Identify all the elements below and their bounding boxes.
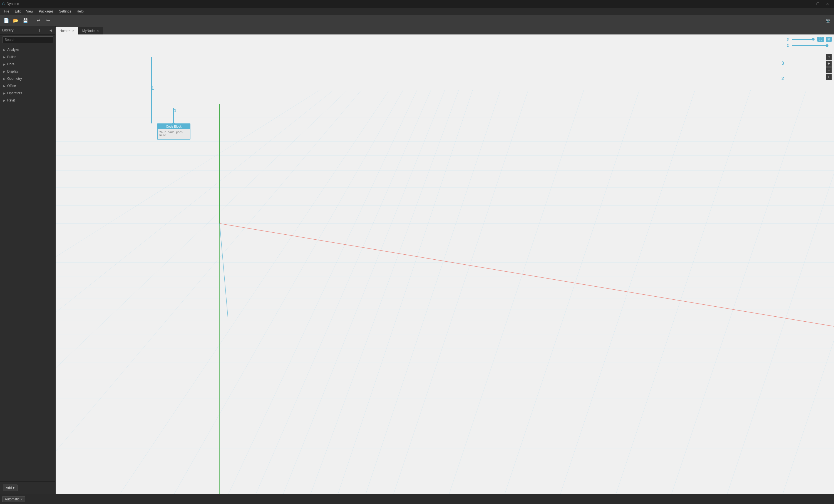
- sidebar-icon-4[interactable]: ◀: [48, 28, 53, 33]
- canvas-area: Home* ✕ MyNode ✕: [56, 26, 834, 494]
- add-button[interactable]: Add ▾: [3, 485, 18, 491]
- arrow-icon-revit: ▶: [3, 99, 5, 102]
- slider-3-label: 3: [787, 37, 791, 41]
- slider-2-thumb: [826, 44, 829, 47]
- tab-home-close[interactable]: ✕: [72, 29, 74, 32]
- view-btn-1[interactable]: ⛶: [817, 37, 824, 42]
- nav-controls: ⊞ + − +: [826, 54, 832, 80]
- slider-3-thumb: [812, 38, 815, 41]
- node-input-port: [172, 123, 175, 125]
- sidebar-item-label-core: Core: [7, 62, 15, 66]
- arrow-icon-display: ▶: [3, 70, 5, 73]
- canvas-label-4: 4: [174, 108, 176, 113]
- arrow-icon-builtin: ▶: [3, 56, 5, 59]
- node-body-text: Your code goes here: [159, 131, 183, 137]
- code-node[interactable]: Code Block Your code goes here: [157, 124, 191, 139]
- sidebar-item-label-geometry: Geometry: [7, 77, 22, 81]
- tab-mynode[interactable]: MyNode ✕: [79, 27, 104, 35]
- arrow-icon-geometry: ▶: [3, 77, 5, 80]
- new-file-button[interactable]: 📄: [2, 16, 10, 25]
- view-btn-2[interactable]: ⊞: [826, 37, 832, 42]
- slider-2-track[interactable]: [792, 45, 829, 46]
- zoom-in-button[interactable]: +: [826, 61, 832, 67]
- canvas-label-2: 2: [782, 76, 784, 81]
- tab-home-label: Home*: [60, 29, 70, 33]
- add-button-wrap: Add ▾: [0, 481, 55, 494]
- close-button[interactable]: ✕: [823, 0, 832, 8]
- arrow-icon-office: ▶: [3, 85, 5, 88]
- sidebar-item-label-revit: Revit: [7, 98, 15, 102]
- add-button-arrow: ▾: [13, 486, 15, 490]
- menubar: File Edit View Packages Settings Help: [0, 8, 834, 15]
- sidebar: Library | | | ◀ ▶ Analyze ▶ Builtin ▶ Co…: [0, 26, 56, 494]
- undo-button[interactable]: ↩: [34, 16, 43, 25]
- sidebar-item-label-builtin: Builtin: [7, 55, 16, 59]
- arrow-icon-core: ▶: [3, 63, 5, 66]
- menu-packages[interactable]: Packages: [36, 8, 57, 15]
- sidebar-icon-1[interactable]: |: [31, 28, 37, 33]
- canvas-label-1: 1: [152, 86, 154, 91]
- run-mode-label: Automatic: [5, 497, 19, 501]
- minimize-button[interactable]: ─: [804, 0, 813, 8]
- camera-button[interactable]: 📷: [824, 16, 832, 25]
- sidebar-item-office[interactable]: ▶ Office: [0, 82, 55, 89]
- menu-help[interactable]: Help: [74, 8, 86, 15]
- sidebar-item-label-analyze: Analyze: [7, 48, 19, 52]
- statusbar: Automatic ▾: [0, 494, 834, 504]
- slider-3-track[interactable]: [792, 39, 815, 40]
- sidebar-header: Library | | | ◀: [0, 26, 55, 35]
- arrow-icon-analyze: ▶: [3, 48, 5, 51]
- canvas-label-3: 3: [782, 61, 784, 66]
- node-body[interactable]: Your code goes here: [158, 129, 190, 139]
- app-icon: ⬡: [2, 2, 5, 6]
- tabs: Home* ✕ MyNode ✕: [56, 26, 834, 35]
- zoom-out-button[interactable]: −: [826, 67, 832, 73]
- main-layout: Library | | | ◀ ▶ Analyze ▶ Builtin ▶ Co…: [0, 26, 834, 494]
- slider-2-label: 2: [787, 43, 791, 47]
- sidebar-item-builtin[interactable]: ▶ Builtin: [0, 53, 55, 61]
- menu-settings[interactable]: Settings: [57, 8, 74, 15]
- tab-mynode-label: MyNode: [82, 29, 95, 33]
- sidebar-item-label-office: Office: [7, 84, 16, 88]
- sidebar-item-operators[interactable]: ▶ Operators: [0, 89, 55, 97]
- app-name: Dynamo: [7, 2, 19, 6]
- right-controls: 3 ⛶ ⊞ 2: [787, 37, 832, 47]
- svg-rect-0: [56, 35, 834, 494]
- canvas[interactable]: 1 4 2 3 Code Block Your code goes here 3: [56, 35, 834, 494]
- search-box: [0, 35, 55, 45]
- titlebar: ⬡ Dynamo ─ ❐ ✕: [0, 0, 834, 8]
- sidebar-item-geometry[interactable]: ▶ Geometry: [0, 75, 55, 82]
- toolbar: 📄 📂 💾 ↩ ↪ 📷: [0, 15, 834, 26]
- window-controls: ─ ❐ ✕: [804, 0, 832, 8]
- sidebar-item-analyze[interactable]: ▶ Analyze: [0, 46, 55, 53]
- sidebar-item-core[interactable]: ▶ Core: [0, 61, 55, 68]
- sidebar-item-label-display: Display: [7, 69, 18, 73]
- sidebar-item-revit[interactable]: ▶ Revit: [0, 97, 55, 104]
- slider-row-2: 2: [787, 43, 832, 47]
- menu-edit[interactable]: Edit: [12, 8, 23, 15]
- run-mode-dropdown[interactable]: Automatic ▾: [2, 496, 25, 502]
- dropdown-arrow-icon: ▾: [21, 498, 23, 501]
- app-title: ⬡ Dynamo: [2, 2, 19, 6]
- add-button-label: Add: [6, 486, 12, 490]
- menu-file[interactable]: File: [1, 8, 12, 15]
- save-file-button[interactable]: 💾: [21, 16, 29, 25]
- home-view-button[interactable]: +: [826, 74, 832, 80]
- redo-button[interactable]: ↪: [44, 16, 52, 25]
- grid-svg: [56, 35, 834, 494]
- library-items: ▶ Analyze ▶ Builtin ▶ Core ▶ Display ▶ G…: [0, 45, 55, 481]
- fit-view-button[interactable]: ⊞: [826, 54, 832, 60]
- sidebar-icon-2[interactable]: |: [37, 28, 42, 33]
- sidebar-header-icons: | | | ◀: [31, 28, 53, 33]
- sidebar-title: Library: [2, 28, 14, 32]
- restore-button[interactable]: ❐: [813, 0, 822, 8]
- open-file-button[interactable]: 📂: [12, 16, 20, 25]
- menu-view[interactable]: View: [23, 8, 36, 15]
- tab-mynode-close[interactable]: ✕: [97, 29, 99, 32]
- sidebar-item-display[interactable]: ▶ Display: [0, 68, 55, 75]
- arrow-icon-operators: ▶: [3, 92, 5, 95]
- tab-home[interactable]: Home* ✕: [56, 27, 79, 35]
- search-input[interactable]: [2, 37, 53, 43]
- sidebar-item-label-operators: Operators: [7, 91, 22, 95]
- sidebar-icon-3[interactable]: |: [43, 28, 47, 33]
